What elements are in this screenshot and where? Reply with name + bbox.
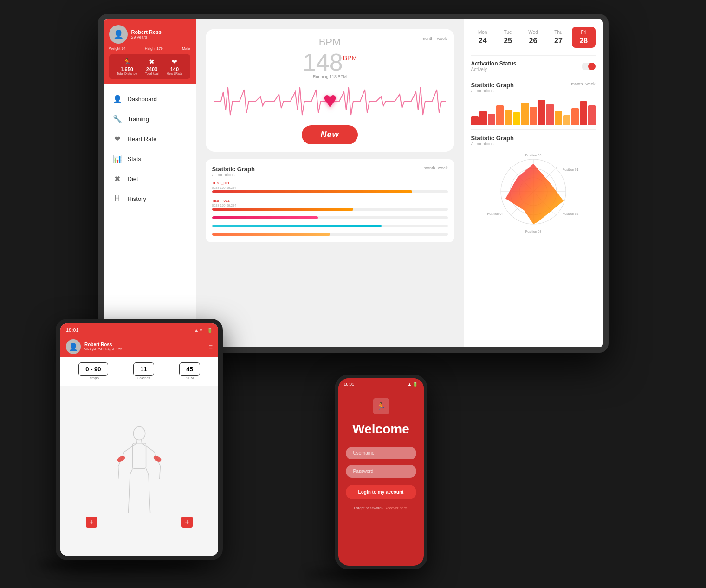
svg-line-23 xyxy=(160,466,161,479)
profile-gender: Male xyxy=(182,46,190,51)
heartrate-stat: ❤ 140 Heart Rate xyxy=(167,58,182,75)
sidebar: 👤 Robert Ross 29 years Weight 74 Height … xyxy=(104,19,196,347)
bc4 xyxy=(496,105,504,125)
bar4-fill xyxy=(212,225,382,227)
stat-bar-4 xyxy=(212,225,448,227)
new-button[interactable]: New xyxy=(302,125,357,144)
add-left-button[interactable]: + xyxy=(86,517,97,528)
tablet-header: 18:01 ▲▼ 🔋 xyxy=(60,323,218,336)
cal-day-wed[interactable]: Wed 26 xyxy=(521,27,544,48)
right-month1[interactable]: month xyxy=(571,82,583,86)
add-right-button[interactable]: + xyxy=(181,517,193,528)
svg-line-17 xyxy=(124,443,136,452)
right-stat2-sub: All mentions: xyxy=(471,142,514,146)
nav-diet-label: Diet xyxy=(128,175,138,182)
nav-stats[interactable]: 📊 Stats xyxy=(104,149,196,169)
cal-day-fri[interactable]: Fri 28 xyxy=(572,27,595,48)
svg-text:♥: ♥ xyxy=(323,87,337,113)
svg-line-24 xyxy=(130,468,132,475)
right-week1[interactable]: week xyxy=(585,82,595,86)
phone-username-input[interactable]: Username xyxy=(346,447,416,459)
bpm-unit: BPM xyxy=(343,55,357,61)
phone-welcome: Welcome xyxy=(338,422,424,444)
right-stat1-sub: All mentions: xyxy=(471,89,514,93)
tempo-label: Tempo xyxy=(78,376,108,380)
body-diagram: + + xyxy=(60,386,218,556)
distance-label: Total Distance xyxy=(117,72,137,75)
heartrate-icon: ❤ xyxy=(113,135,122,143)
right-stat2-header: Statistic Graph All mentions: xyxy=(471,135,596,146)
svg-line-28 xyxy=(128,496,129,513)
cal-day-mon[interactable]: Mon 24 xyxy=(471,27,494,48)
tablet-profile: 👤 Robert Ross Weight: 74 Height: 179 ≡ xyxy=(60,336,218,357)
right-stat1-title: Statistic Graph xyxy=(471,82,514,89)
phone-login-button[interactable]: Login to my account xyxy=(346,485,416,499)
history-icon: H xyxy=(113,194,122,203)
monitor-screen: 👤 Robert Ross 29 years Weight 74 Height … xyxy=(104,19,603,347)
nav-training[interactable]: 🔧 Training xyxy=(104,109,196,129)
phone-forgot: Forgot password? Recover here. xyxy=(338,504,424,512)
right-stat1-controls: month week xyxy=(571,82,595,86)
cal-day-tue[interactable]: Tue 25 xyxy=(496,27,519,48)
bc12 xyxy=(563,115,570,125)
kcal-value: 2400 xyxy=(145,66,158,72)
profile-card: 👤 Robert Ross 29 years Weight 74 Height … xyxy=(104,19,196,84)
center-panel: BPM month week 148BPM Running 118 BPM xyxy=(196,19,464,347)
profile-height: Height 179 xyxy=(145,46,163,51)
stat-bar-2: TEST_002 0028 165,06,224 xyxy=(212,199,448,211)
bc11 xyxy=(555,111,562,125)
bar1-fill xyxy=(212,190,413,193)
svg-line-25 xyxy=(146,468,149,475)
profile-name: Robert Ross xyxy=(131,29,162,35)
statistic-section: Statistic Graph All mentions: month week… xyxy=(206,159,454,242)
bar1-label: TEST_001 xyxy=(212,181,448,185)
bc7 xyxy=(521,103,529,125)
tablet-screen: 18:01 ▲▼ 🔋 👤 Robert Ross Weight: 74 Heig… xyxy=(60,323,218,556)
tablet-menu-icon[interactable]: ≡ xyxy=(209,343,213,350)
bar-chart xyxy=(471,97,596,125)
stat-bar-3 xyxy=(212,216,448,219)
stat-month[interactable]: month xyxy=(423,166,435,170)
toggle[interactable] xyxy=(582,63,596,70)
bc2 xyxy=(479,111,487,125)
bpm-month[interactable]: month xyxy=(421,36,433,41)
avatar: 👤 xyxy=(109,25,128,44)
bc10 xyxy=(546,104,554,125)
nav-dashboard[interactable]: 👤 Dashboard xyxy=(104,89,196,109)
svg-marker-8 xyxy=(505,164,564,224)
bc5 xyxy=(505,110,512,125)
nav-history[interactable]: H History xyxy=(104,189,196,208)
svg-line-26 xyxy=(129,475,130,496)
stats-bar: 🏃 1.650 Total Distance ✖ 2400 Total kcal… xyxy=(109,54,190,79)
statistic-header: Statistic Graph All mentions: month week xyxy=(212,166,448,177)
stat-week[interactable]: week xyxy=(438,166,447,170)
nav-stats-label: Stats xyxy=(128,155,142,162)
diet-icon: ✖ xyxy=(113,174,122,183)
tablet-avatar: 👤 xyxy=(66,339,81,354)
bpm-week[interactable]: week xyxy=(437,36,447,41)
bpm-controls: month week xyxy=(421,36,447,41)
tempo-box: 0 - 90 xyxy=(78,362,108,376)
spm-box: 45 xyxy=(179,362,200,376)
statistic-controls: month week xyxy=(423,166,447,170)
phone-recover-link[interactable]: Recover here. xyxy=(385,506,408,510)
nav-diet[interactable]: ✖ Diet xyxy=(104,169,196,189)
nav-heartrate[interactable]: ❤ Heart Rate xyxy=(104,129,196,149)
stats-icon: 📊 xyxy=(113,155,122,163)
bar1-info: 0028 165,06,224 xyxy=(212,186,448,189)
stat-bar-5 xyxy=(212,233,448,236)
phone-password-input[interactable]: Password xyxy=(346,465,416,478)
bar2-info: 0028 165,06,224 xyxy=(212,204,448,207)
kcal-label: Total kcal xyxy=(145,72,158,75)
cal-day-thu[interactable]: Thu 27 xyxy=(547,27,570,48)
svg-line-16 xyxy=(142,439,142,443)
phone-screen: 18:01 ▲ 🔋 🏃 Welcome Username Password Lo… xyxy=(338,378,424,566)
heartrate-value: 140 xyxy=(167,66,182,72)
tablet-metrics: 0 - 90 Tempo 11 Calories 45 SPM xyxy=(60,357,218,386)
statistic-subtitle: All mentions: xyxy=(212,173,255,177)
svg-line-22 xyxy=(118,466,119,479)
calories-box: 11 xyxy=(133,362,154,376)
bc15 xyxy=(588,105,596,125)
dashboard-icon: 👤 xyxy=(113,95,122,103)
tablet-signal: ▲▼ xyxy=(194,328,203,333)
